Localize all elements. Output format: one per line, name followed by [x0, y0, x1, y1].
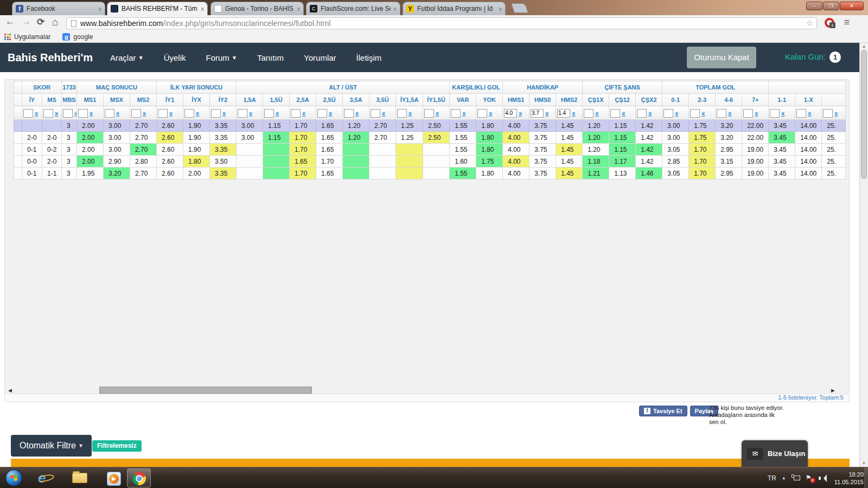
filter-input-col32[interactable]	[823, 109, 833, 118]
filter-input-ÇŞX2[interactable]	[637, 109, 647, 118]
filter-input-1,5Ü[interactable]	[264, 109, 274, 118]
chrome-menu-icon[interactable]: ≡	[844, 17, 850, 28]
close-button[interactable]: ✕	[840, 2, 864, 10]
filter-input-3,5Ü[interactable]	[371, 109, 380, 118]
filter-clear-link[interactable]: x	[436, 110, 439, 117]
forward-icon[interactable]: →	[22, 16, 31, 27]
vertical-scrollbar[interactable]: ▲ ▼	[859, 43, 868, 467]
filter-clear-link[interactable]: x	[35, 110, 38, 117]
filterless-badge[interactable]: Filtrelemesiz	[92, 440, 142, 452]
fb-recommend-button[interactable]: f Tavsiye Et	[639, 406, 687, 416]
filter-clear-link[interactable]: x	[143, 110, 146, 117]
auto-filter-button[interactable]: Otomatik Filtre ▼	[11, 435, 92, 457]
menu-tanitim[interactable]: Tanıtım	[257, 53, 284, 62]
show-desktop-button[interactable]	[864, 467, 868, 488]
filter-clear-link[interactable]: x	[169, 110, 173, 117]
scroll-down-icon[interactable]: ▼	[860, 461, 868, 466]
filter-clear-link[interactable]: x	[622, 110, 625, 117]
horizontal-scroll-thumb[interactable]	[99, 387, 312, 394]
filter-clear-link[interactable]: x	[116, 110, 119, 117]
filter-input-İY2[interactable]	[211, 109, 221, 118]
filter-input-2,5Ü[interactable]	[317, 109, 327, 118]
filter-input-İY1,5Ü[interactable]	[424, 109, 434, 118]
extension-icon[interactable]: 1	[825, 18, 834, 28]
filter-clear-link[interactable]: x	[462, 110, 465, 117]
filter-clear-link[interactable]: x	[90, 110, 93, 117]
filter-clear-link[interactable]: x	[196, 110, 199, 117]
minimize-button[interactable]: –	[806, 2, 822, 10]
tab-close-icon[interactable]: x	[394, 5, 397, 12]
scroll-left-icon[interactable]: ◀	[8, 388, 12, 393]
back-icon[interactable]: ←	[5, 16, 15, 27]
bookmark-apps[interactable]: Uygulamalar	[14, 33, 50, 41]
reload-icon[interactable]: ⟳	[37, 16, 44, 28]
filter-clear-link[interactable]: x	[329, 110, 332, 117]
tray-expand-icon[interactable]: ▲	[782, 476, 786, 480]
filter-input-2,5A[interactable]	[291, 109, 301, 118]
scroll-right-icon[interactable]: ▶	[831, 388, 835, 393]
network-icon[interactable]	[792, 474, 800, 481]
filter-clear-link[interactable]: x	[489, 110, 492, 117]
filter-clear-link[interactable]: x	[519, 110, 522, 117]
menu-yorumlar[interactable]: Yorumlar	[304, 53, 336, 62]
filter-clear-link[interactable]: x	[701, 110, 705, 117]
menu-iletisim[interactable]: İletişim	[356, 53, 382, 62]
tab-close-icon[interactable]: x	[99, 5, 102, 12]
filter-input-1,5A[interactable]	[238, 109, 247, 118]
file-explorer-icon[interactable]	[72, 470, 88, 486]
scroll-up-icon[interactable]: ▲	[860, 44, 868, 49]
tab-close-icon[interactable]: x	[201, 5, 205, 12]
filter-input-2-3[interactable]	[690, 109, 700, 118]
tab-genoa-torino[interactable]: Genoa - Torino - BAHİS R x	[210, 2, 304, 15]
filter-input-HMS2[interactable]	[557, 109, 570, 118]
tab-close-icon[interactable]: x	[297, 5, 301, 12]
tab-bahis-rehberim[interactable]: BAHİS REHBERİ'M - Tüm S x	[107, 2, 208, 15]
filter-input-ÇŞ12[interactable]	[610, 109, 620, 118]
filter-input-HMS1[interactable]	[504, 109, 517, 118]
new-tab-button[interactable]	[511, 3, 528, 13]
filter-input-İY[interactable]	[23, 109, 33, 118]
filter-input-0-1[interactable]	[663, 109, 673, 118]
apps-grid-icon[interactable]	[4, 34, 11, 40]
menu-araclar[interactable]: Araçlar ▼	[110, 53, 144, 62]
filter-input-İY1,5A[interactable]	[397, 109, 407, 118]
filter-clear-link[interactable]: x	[74, 110, 77, 117]
filter-clear-link[interactable]: x	[355, 110, 359, 117]
filter-input-MBS[interactable]	[63, 109, 73, 118]
filter-clear-link[interactable]: x	[755, 110, 758, 117]
filter-clear-link[interactable]: x	[249, 110, 252, 117]
filter-input-HMS0[interactable]	[531, 109, 544, 118]
home-icon[interactable]: ⌂	[52, 16, 58, 28]
menu-forum[interactable]: Forum ▼	[206, 53, 237, 62]
clock[interactable]: 18:20 11.05.2015	[834, 471, 864, 486]
tab-iddaa[interactable]: Y Futbol İddaa Programı | İd x	[403, 2, 506, 15]
filter-clear-link[interactable]: x	[302, 110, 305, 117]
tab-close-icon[interactable]: x	[499, 5, 502, 12]
filter-clear-link[interactable]: x	[648, 110, 652, 117]
tab-flashscore[interactable]: C FlashScore.com: Live Socc x	[306, 2, 400, 15]
filter-clear-link[interactable]: x	[572, 110, 575, 117]
filter-input-MS[interactable]	[43, 109, 53, 118]
address-bar[interactable]: www.bahisrehberim.com/index.php/giris/tu…	[66, 17, 817, 29]
filter-clear-link[interactable]: x	[409, 110, 412, 117]
filter-input-VAR[interactable]	[451, 109, 461, 118]
action-center-flag-icon[interactable]: ⚑✕	[806, 474, 813, 482]
filter-input-ÇŞ1X[interactable]	[584, 109, 593, 118]
filter-clear-link[interactable]: x	[276, 110, 279, 117]
language-indicator[interactable]: TR	[768, 474, 776, 482]
filter-clear-link[interactable]: x	[808, 110, 811, 117]
filter-clear-link[interactable]: x	[382, 110, 385, 117]
vertical-scroll-thumb[interactable]	[861, 50, 867, 179]
bookmark-star-icon[interactable]: ☆	[806, 18, 813, 28]
start-button[interactable]	[5, 470, 22, 486]
contact-widget[interactable]: ✉ Bize Ulaşın	[742, 440, 808, 467]
tab-facebook[interactable]: f Facebook x	[12, 2, 105, 15]
filter-clear-link[interactable]: x	[222, 110, 226, 117]
filter-clear-link[interactable]: x	[834, 110, 838, 117]
maximize-button[interactable]: ❐	[823, 2, 839, 10]
filter-input-MSX[interactable]	[105, 109, 114, 118]
filter-input-7+[interactable]	[743, 109, 753, 118]
filter-input-1-X[interactable]	[796, 109, 806, 118]
filter-clear-link[interactable]: x	[675, 110, 678, 117]
site-brand[interactable]: Bahis Rehberi'm	[8, 52, 93, 64]
